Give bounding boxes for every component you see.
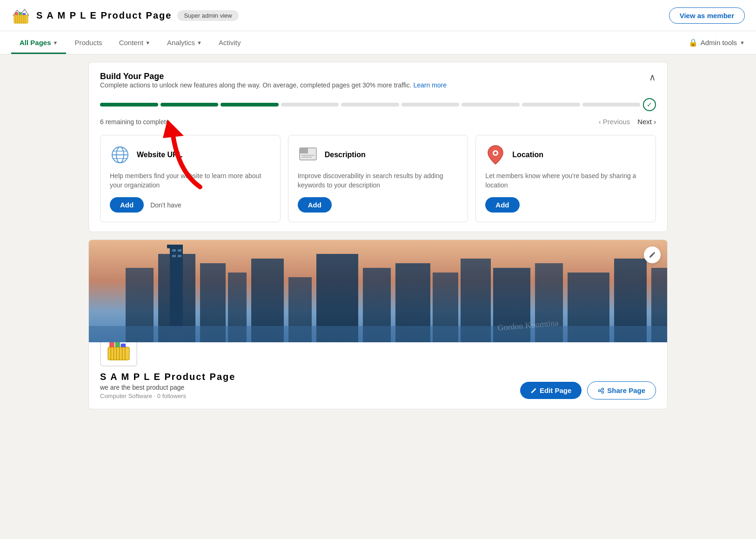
svg-rect-42 [178,249,181,252]
nav-item-activity[interactable]: Activity [210,31,249,54]
pencil-icon [649,251,656,259]
chevron-down-icon-3: ▼ [197,40,202,46]
progress-seg-6 [401,103,460,106]
svg-rect-18 [301,155,314,156]
location-card: Location Let members know where you're b… [475,135,656,222]
progress-seg-8 [522,103,580,106]
company-banner: Gordon Kuomtina [89,240,667,342]
svg-rect-44 [178,255,181,257]
svg-rect-8 [19,12,22,15]
edit-page-label: Edit Page [540,386,571,394]
website-url-title: Website URL [137,151,182,159]
progress-seg-2 [161,103,219,106]
admin-tools-label: Admin tools [701,39,737,47]
nav-label-products: Products [74,39,102,47]
page-title: S A M P L E Product Page [36,10,172,21]
website-url-card: Website URL Help members find your websi… [100,135,281,222]
website-url-dont-have-button[interactable]: Don't have [150,201,181,209]
nav-bar: All Pages ▼ Products Content ▼ Analytics… [0,31,756,54]
share-icon [598,387,604,394]
previous-button[interactable]: ‹ Previous [599,118,630,126]
build-section: Build Your Page Complete actions to unlo… [88,62,668,232]
edit-banner-button[interactable] [644,246,661,263]
svg-rect-17 [300,148,308,153]
svg-rect-56 [115,342,120,347]
nav-item-products[interactable]: Products [66,31,110,54]
top-header: S A M P L E Product Page Super admin vie… [0,0,756,31]
svg-rect-40 [167,245,171,248]
description-icon [298,145,318,165]
card-top-location: Location [485,145,646,165]
location-title: Location [512,151,543,159]
basket-icon [11,6,31,25]
description-title: Description [325,151,366,159]
profile-section: Gordon Kuomtina [88,240,668,409]
nav-arrows: ‹ Previous Next › [599,118,656,126]
svg-point-60 [602,391,604,393]
profile-info: S A M P L E Product Page we are the best… [100,348,235,399]
chevron-right-icon: › [654,118,656,126]
svg-point-59 [599,390,601,392]
website-url-desc: Help members find your website to learn … [110,172,271,190]
remaining-row: 6 remaining to complete ‹ Previous Next … [100,118,656,126]
nav-label-activity: Activity [219,39,241,47]
nav-label-all-pages: All Pages [20,39,51,47]
city-skyline-image: Gordon Kuomtina [89,240,667,342]
learn-more-link[interactable]: Learn more [413,81,447,89]
lock-icon: 🔒 [689,38,698,47]
description-add-button[interactable]: Add [298,197,332,213]
admin-tools-menu[interactable]: 🔒 Admin tools ▼ [689,38,745,47]
progress-seg-4 [281,103,339,106]
location-add-button[interactable]: Add [485,197,519,213]
location-pin-icon [485,145,506,165]
company-tagline: we are the best product page [100,384,235,391]
share-page-button[interactable]: Share Page [587,381,656,399]
share-page-label: Share Page [607,386,645,394]
svg-rect-19 [301,157,312,158]
nav-left: All Pages ▼ Products Content ▼ Analytics… [11,31,249,54]
progress-check-icon: ✓ [643,98,656,111]
company-name: S A M P L E Product Page [100,372,235,382]
cards-row: Website URL Help members find your websi… [100,135,656,222]
edit-page-button[interactable]: Edit Page [520,382,582,399]
location-actions: Add [485,197,646,213]
view-as-member-button[interactable]: View as member [669,7,745,24]
previous-label: Previous [603,118,630,126]
profile-actions: Edit Page Share Page [520,381,656,399]
collapse-button[interactable]: ∧ [649,72,656,83]
website-url-add-button[interactable]: Add [110,197,144,213]
progress-seg-1 [100,103,158,106]
next-button[interactable]: Next › [637,118,656,126]
chevron-left-icon: ‹ [599,118,601,126]
website-url-actions: Add Don't have [110,197,271,213]
progress-seg-9 [582,103,641,106]
profile-bottom: S A M P L E Product Page we are the best… [89,342,667,409]
main-content: Build Your Page Complete actions to unlo… [79,54,677,417]
nav-item-analytics[interactable]: Analytics ▼ [159,31,210,54]
build-subtitle: Complete actions to unlock new features … [100,81,447,89]
nav-item-all-pages[interactable]: All Pages ▼ [11,31,66,54]
progress-bar-container: ✓ [100,98,656,111]
description-desc: Improve discoverability in search result… [298,172,459,190]
pencil-edit-icon [530,387,537,394]
nav-label-analytics: Analytics [167,39,195,47]
svg-rect-41 [172,249,176,252]
svg-rect-57 [121,344,126,347]
svg-rect-45 [89,326,667,342]
super-admin-badge: Super admin view [177,10,238,21]
card-top-website: Website URL [110,145,271,165]
svg-rect-9 [22,13,26,15]
description-actions: Add [298,197,459,213]
nav-item-content[interactable]: Content ▼ [111,31,159,54]
progress-bar [100,103,640,106]
svg-point-21 [494,152,497,154]
nav-label-content: Content [119,39,144,47]
build-title: Build Your Page [100,72,447,81]
globe-icon [110,145,130,165]
progress-seg-5 [341,103,399,106]
chevron-down-icon-2: ▼ [145,40,150,46]
card-top-description: Description [298,145,459,165]
header-left: S A M P L E Product Page Super admin vie… [11,6,239,25]
progress-seg-3 [221,103,279,106]
company-meta: Computer Software · 0 followers [100,393,235,399]
